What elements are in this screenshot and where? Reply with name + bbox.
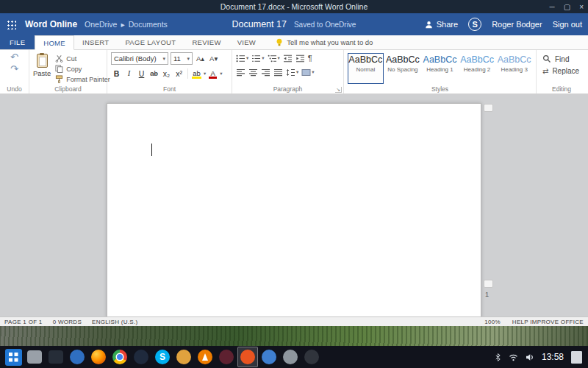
sign-out-link[interactable]: Sign out — [553, 20, 582, 29]
taskbar-icon-dark-red-app[interactable] — [216, 347, 237, 367]
volume-icon[interactable] — [526, 353, 534, 361]
increase-indent-button[interactable] — [295, 54, 305, 63]
cut-button[interactable]: Cut — [55, 54, 110, 63]
line-spacing-button[interactable]: ▾ — [286, 68, 298, 77]
document-title[interactable]: Document 17 — [232, 19, 287, 29]
style-no-spacing[interactable]: AaBbCc No Spacing — [385, 53, 421, 84]
undo-button[interactable]: ↶ — [8, 52, 21, 63]
tell-me-box[interactable]: Tell me what you want to do — [276, 35, 373, 49]
taskbar-icon-browser[interactable] — [67, 347, 87, 367]
status-help-improve[interactable]: HELP IMPROVE OFFICE — [512, 319, 584, 325]
breadcrumb-documents[interactable]: Documents — [129, 20, 168, 29]
numbering-button[interactable]: ▾ — [251, 54, 264, 63]
taskbar-icon-vlc[interactable] — [195, 347, 215, 367]
terminal-icon — [49, 350, 63, 364]
skype-app-icon: S — [155, 350, 170, 364]
highlight-color-button[interactable]: ab — [191, 68, 202, 79]
minimize-button[interactable]: ─ — [550, 3, 555, 11]
pilcrow-icon: ¶ — [308, 54, 312, 63]
taskbar-icon-chrome[interactable] — [110, 347, 130, 367]
paste-button[interactable]: Paste — [33, 52, 51, 84]
style-normal[interactable]: AaBbCc Normal — [348, 53, 384, 84]
italic-button[interactable]: I — [123, 68, 135, 79]
superscript-button[interactable]: x² — [173, 68, 184, 79]
taskbar-icon-skype[interactable]: S — [152, 347, 173, 367]
close-button[interactable]: × — [579, 3, 584, 11]
style-sample: AaBbCc — [386, 54, 420, 66]
shading-icon — [301, 68, 311, 77]
tab-insert[interactable]: INSERT — [74, 35, 117, 49]
grow-font-button[interactable]: A▴ — [195, 54, 206, 63]
taskbar-icon-firefox[interactable] — [88, 347, 109, 367]
style-heading-1[interactable]: AaBbCc Heading 1 — [422, 53, 458, 84]
align-right-button[interactable] — [261, 68, 270, 77]
chevron-down-icon: ▾ — [312, 69, 314, 75]
taskbar-icon-files[interactable] — [24, 347, 45, 367]
taskbar-icon-utility[interactable] — [301, 347, 322, 367]
maximize-button[interactable]: ▢ — [564, 3, 570, 11]
taskbar-icon-blue-app[interactable] — [259, 347, 279, 367]
status-page-count[interactable]: PAGE 1 OF 1 — [4, 319, 43, 325]
show-desktop-button[interactable] — [571, 351, 582, 364]
tab-home[interactable]: HOME — [35, 35, 74, 50]
document-page[interactable] — [107, 103, 481, 316]
taskbar-clock[interactable]: 13:58 — [542, 352, 564, 362]
skype-icon[interactable]: S — [468, 18, 481, 31]
scissors-icon — [55, 54, 63, 63]
bullets-button[interactable]: ▾ — [236, 54, 248, 63]
tab-review[interactable]: REVIEW — [184, 35, 229, 49]
taskbar-icon-app-dark[interactable] — [131, 347, 151, 367]
redo-button[interactable]: ↷ — [8, 64, 21, 74]
shading-button[interactable]: ▾ — [301, 68, 314, 77]
taskbar-icon-amber-app[interactable] — [173, 347, 194, 367]
tab-page-layout[interactable]: PAGE LAYOUT — [117, 35, 184, 49]
justify-button[interactable] — [273, 68, 283, 77]
replace-button[interactable]: ⇄ Replace — [542, 67, 583, 75]
chevron-down-icon[interactable]: ▾ — [204, 71, 206, 77]
share-button[interactable]: Share — [425, 20, 458, 29]
multilevel-list-button[interactable]: ▾ — [268, 54, 280, 63]
taskbar-icon-gimp[interactable] — [280, 347, 301, 367]
show-marks-button[interactable]: ¶ — [308, 54, 312, 63]
chevron-down-icon[interactable]: ▾ — [220, 71, 222, 77]
paragraph-row-1: ▾ ▾ ▾ — [236, 52, 340, 64]
copy-button[interactable]: Copy — [55, 65, 110, 73]
style-heading-3[interactable]: AaBbCc Heading 3 — [496, 53, 532, 84]
scroll-up-button[interactable] — [484, 104, 493, 112]
undo-group: ↶ ↷ Undo — [0, 50, 29, 93]
bold-button[interactable]: B — [111, 68, 122, 79]
tab-file[interactable]: FILE — [0, 35, 35, 49]
subscript-button[interactable]: x₂ — [161, 68, 172, 79]
bluetooth-icon[interactable] — [495, 353, 501, 362]
find-button[interactable]: Find — [542, 54, 583, 63]
breadcrumb-onedrive[interactable]: OneDrive — [85, 20, 117, 29]
font-color-button[interactable]: A — [207, 68, 218, 79]
taskbar-icon-active-window[interactable] — [237, 347, 258, 367]
scroll-down-button[interactable] — [484, 280, 493, 288]
wifi-icon[interactable] — [509, 353, 518, 361]
browser-icon — [70, 350, 85, 364]
font-family-select[interactable]: Calibri (Body) ▾ — [111, 52, 168, 65]
status-zoom[interactable]: 100% — [484, 319, 501, 325]
shrink-font-button[interactable]: A▾ — [208, 54, 219, 63]
align-left-button[interactable] — [236, 68, 245, 77]
align-center-button[interactable] — [248, 68, 258, 77]
dark-red-app-icon — [219, 350, 234, 364]
style-heading-2[interactable]: AaBbCc Heading 2 — [459, 53, 495, 84]
app-launcher-button[interactable] — [0, 13, 22, 35]
status-word-count[interactable]: 0 WORDS — [53, 319, 82, 325]
underline-button[interactable]: U — [136, 68, 147, 79]
status-language[interactable]: ENGLISH (U.S.) — [92, 319, 137, 325]
taskbar-icon-terminal[interactable] — [46, 347, 66, 367]
user-name[interactable]: Roger Bodger — [492, 20, 542, 29]
decrease-indent-button[interactable] — [283, 54, 293, 63]
font-size-select[interactable]: 11 ▾ — [171, 52, 193, 65]
strikethrough-button[interactable]: ab — [148, 68, 159, 79]
tab-view[interactable]: VIEW — [229, 35, 264, 49]
system-tray: 13:58 — [495, 351, 585, 364]
line-spacing-icon — [286, 68, 295, 77]
status-right: 100% HELP IMPROVE OFFICE — [484, 319, 584, 325]
start-button[interactable] — [3, 347, 24, 367]
font-size-value: 11 — [173, 54, 181, 63]
format-painter-button[interactable]: Format Painter — [55, 75, 110, 83]
